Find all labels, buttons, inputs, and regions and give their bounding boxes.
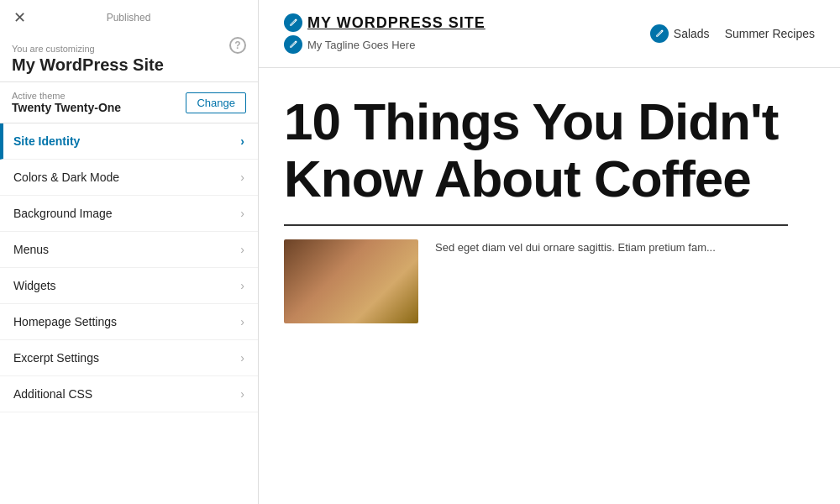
sidebar-item-widgets[interactable]: Widgets › bbox=[0, 268, 258, 304]
site-name: My WordPress Site bbox=[12, 55, 164, 75]
sidebar-item-additional-css[interactable]: Additional CSS › bbox=[0, 376, 258, 412]
nav-items: Site Identity › Colors & Dark Mode › Bac… bbox=[0, 123, 258, 504]
chevron-right-icon: › bbox=[240, 134, 244, 148]
chevron-right-icon: › bbox=[240, 171, 244, 184]
sidebar-header: ✕ Published You are customizing My WordP… bbox=[0, 0, 258, 82]
theme-row: Active theme Twenty Twenty-One Change bbox=[0, 82, 258, 123]
preview-content: 10 Things You Didn't Know About Coffee S… bbox=[259, 68, 840, 323]
sidebar-item-excerpt-settings[interactable]: Excerpt Settings › bbox=[0, 340, 258, 376]
help-icon[interactable]: ? bbox=[229, 37, 246, 54]
sidebar-item-label: Colors & Dark Mode bbox=[13, 171, 119, 184]
sidebar-item-homepage-settings[interactable]: Homepage Settings › bbox=[0, 304, 258, 340]
preview-thumbnail bbox=[284, 239, 418, 323]
sidebar-item-colors-dark-mode[interactable]: Colors & Dark Mode › bbox=[0, 160, 258, 196]
edit-tagline-button[interactable] bbox=[284, 35, 302, 54]
close-row: ✕ Published bbox=[12, 8, 246, 27]
sidebar-item-label: Excerpt Settings bbox=[13, 351, 99, 365]
pencil-icon bbox=[654, 29, 664, 39]
chevron-right-icon: › bbox=[240, 351, 244, 365]
article-title-line1: 10 Things You Didn't bbox=[284, 92, 778, 150]
chevron-right-icon: › bbox=[240, 279, 244, 292]
preview-tagline: My Tagline Goes Here bbox=[307, 39, 415, 51]
preview-area: MY WORDPRESS SITE My Tagline Goes Here S… bbox=[259, 0, 840, 504]
nav-link-salads[interactable]: Salads bbox=[674, 27, 710, 40]
preview-bottom: Sed eget diam vel dui ornare sagittis. E… bbox=[284, 239, 815, 323]
published-label: Published bbox=[28, 12, 229, 24]
chevron-right-icon: › bbox=[240, 243, 244, 256]
chevron-right-icon: › bbox=[240, 207, 244, 220]
sidebar-item-label: Homepage Settings bbox=[13, 315, 117, 328]
sidebar-item-background-image[interactable]: Background Image › bbox=[0, 196, 258, 232]
customizing-label: You are customizing bbox=[12, 44, 164, 54]
theme-info: Active theme Twenty Twenty-One bbox=[12, 91, 121, 114]
chevron-right-icon: › bbox=[240, 315, 244, 328]
sidebar-item-label: Additional CSS bbox=[13, 387, 92, 401]
preview-site-title: MY WORDPRESS SITE bbox=[307, 14, 486, 32]
preview-excerpt: Sed eget diam vel dui ornare sagittis. E… bbox=[435, 239, 716, 257]
chevron-right-icon: › bbox=[240, 387, 244, 401]
preview-article-title: 10 Things You Didn't Know About Coffee bbox=[284, 93, 815, 207]
nav-link-summer-recipes[interactable]: Summer Recipes bbox=[725, 27, 815, 40]
preview-header: MY WORDPRESS SITE My Tagline Goes Here S… bbox=[259, 0, 840, 68]
preview-nav-links: Salads Summer Recipes bbox=[674, 27, 815, 40]
change-theme-button[interactable]: Change bbox=[186, 92, 246, 113]
theme-name: Twenty Twenty-One bbox=[12, 101, 121, 114]
edit-nav-button[interactable] bbox=[650, 24, 669, 43]
pencil-icon bbox=[288, 18, 298, 28]
sidebar-item-label: Background Image bbox=[13, 207, 113, 220]
close-button[interactable]: ✕ bbox=[12, 8, 28, 27]
sidebar-item-menus[interactable]: Menus › bbox=[0, 232, 258, 268]
sidebar: ✕ Published You are customizing My WordP… bbox=[0, 0, 259, 504]
sidebar-item-label: Site Identity bbox=[13, 134, 80, 148]
preview-divider bbox=[284, 224, 788, 226]
article-title-line2: Know About Coffee bbox=[284, 150, 751, 207]
sidebar-item-label: Widgets bbox=[13, 279, 56, 292]
active-theme-label: Active theme bbox=[12, 91, 121, 101]
sidebar-item-site-identity[interactable]: Site Identity › bbox=[0, 123, 258, 160]
preview-nav: Salads Summer Recipes bbox=[650, 24, 815, 43]
preview-site-title-row: MY WORDPRESS SITE bbox=[284, 13, 486, 32]
preview-tagline-row: My Tagline Goes Here bbox=[284, 35, 486, 54]
sidebar-item-label: Menus bbox=[13, 243, 49, 256]
pencil-icon bbox=[288, 39, 298, 50]
edit-site-title-button[interactable] bbox=[284, 13, 302, 32]
site-branding: MY WORDPRESS SITE My Tagline Goes Here bbox=[284, 13, 486, 54]
